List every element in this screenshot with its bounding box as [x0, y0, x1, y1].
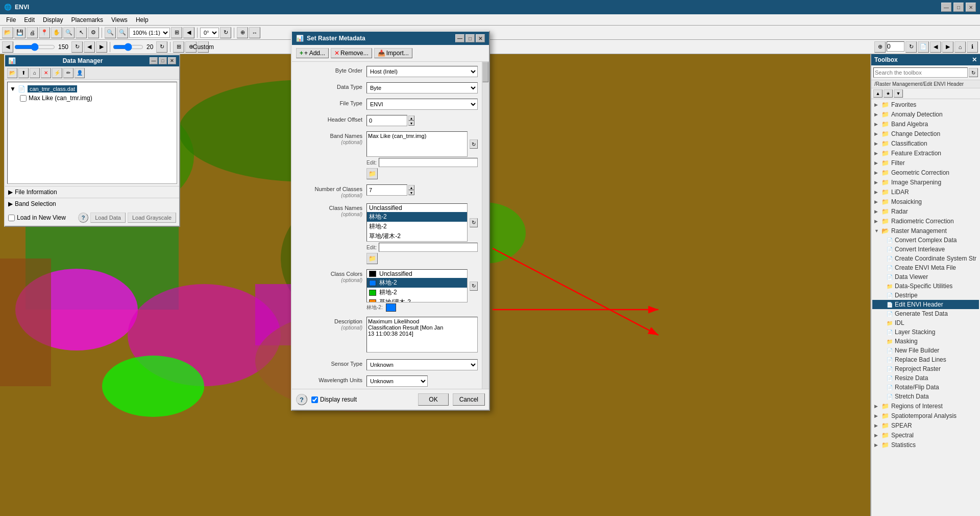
dm-folder-up-button[interactable]: ⬆ [18, 68, 29, 78]
dm-help-button[interactable]: ? [78, 213, 88, 223]
selected-color-preview[interactable] [386, 303, 396, 312]
tree-group-header-radiometric[interactable]: ▶ 📁 Radiometric Correction [872, 217, 979, 226]
placemark-button[interactable]: 📍 [39, 27, 50, 38]
tree-item-edit-envi-header[interactable]: 📄 Edit ENVI Header [872, 300, 979, 309]
dm-child-item[interactable]: Max Like (can_tmr.img) [20, 93, 175, 103]
menu-views[interactable]: Views [107, 15, 132, 25]
tree-group-header-anomaly[interactable]: ▶ 📁 Anomaly Detection [872, 110, 979, 119]
home-tool[interactable]: ⌂ [954, 41, 966, 53]
zoom-button[interactable]: 🔍 [63, 27, 75, 38]
display-result-checkbox[interactable] [311, 396, 318, 403]
menu-edit[interactable]: Edit [20, 15, 39, 25]
menu-help[interactable]: Help [132, 15, 153, 25]
nav-up-button[interactable]: ▲ [873, 89, 883, 98]
tree-item-layer-stacking[interactable]: 📄 Layer Stacking [872, 327, 979, 337]
dialog-minimize-button[interactable]: — [455, 34, 464, 42]
menu-file[interactable]: File [2, 15, 20, 25]
num-classes-up-button[interactable]: ▲ [408, 185, 414, 190]
zoom-out-button[interactable]: 🔍 [105, 27, 116, 38]
toolbox-search-input[interactable] [873, 67, 968, 78]
nav-tool2[interactable]: ▶ [942, 41, 953, 53]
class-names-list[interactable]: Unclassified 林地-2 耕地-2 草地/灌木-2 [366, 203, 468, 242]
value-input[interactable] [887, 41, 904, 52]
dialog-close-button[interactable]: ✕ [476, 34, 485, 42]
nav-star-button[interactable]: ★ [884, 89, 893, 98]
class-names-folder-button[interactable]: 📁 [366, 253, 378, 264]
dm-edit-button[interactable]: ✏ [63, 68, 74, 78]
class-item-grassland[interactable]: 草地/灌木-2 [367, 231, 467, 241]
tree-group-header-change-detection[interactable]: ▶ 📁 Change Detection [872, 129, 979, 138]
tree-group-header-geometric[interactable]: ▶ 📁 Geometric Correction [872, 168, 979, 177]
class-item-unclassified[interactable]: Unclassified [367, 204, 467, 212]
tree-item-new-file-builder[interactable]: 📄 New File Builder [872, 346, 979, 355]
brightness-slider[interactable] [14, 43, 55, 51]
tree-group-header-favorites[interactable]: ▶ 📁 Favorites [872, 100, 979, 109]
color-item-farmland[interactable]: 耕地-2 [367, 288, 467, 297]
dialog-help-button[interactable]: ? [296, 394, 307, 405]
tree-item-data-viewer[interactable]: 📄 Data Viewer [872, 272, 979, 282]
tree-item-idl[interactable]: 📁 IDL [872, 318, 979, 327]
band-names-refresh-button[interactable]: ↻ [470, 139, 478, 149]
class-names-refresh-button[interactable]: ↻ [470, 218, 478, 227]
import-button[interactable]: 📥 Import... [374, 48, 412, 58]
remove-button[interactable]: ✕ Remove... [331, 48, 372, 58]
class-colors-list[interactable]: Unclassified 林地-2 耕地-2 [366, 269, 468, 302]
tree-group-header-image-sharpening[interactable]: ▶ 📁 Image Sharpening [872, 178, 979, 187]
dm-refresh-button[interactable]: ⚡ [52, 68, 62, 78]
class-item-forest[interactable]: 林地-2 [367, 212, 467, 222]
tree-item-stretch-data[interactable]: 📄 Stretch Data [872, 392, 979, 401]
open-button[interactable]: 📂 [2, 27, 13, 38]
band-names-textarea[interactable]: Max Like (can_tmr.img) [366, 131, 468, 157]
tree-item-masking[interactable]: 📁 Masking [872, 337, 979, 346]
dm-load-grayscale-button[interactable]: Load Grayscale [128, 213, 176, 223]
tool-button[interactable]: ⚙ [88, 27, 99, 38]
custom-btn[interactable]: Custom [198, 41, 209, 53]
cancel-button[interactable]: Cancel [453, 393, 485, 406]
menu-placemarks[interactable]: Placemarks [67, 15, 107, 25]
select-button[interactable]: ↖ [76, 27, 87, 38]
zoom-fit-button[interactable]: ⊞ [171, 27, 182, 38]
refresh-button[interactable]: ↻ [71, 41, 83, 53]
tool1[interactable]: ⊕ [237, 27, 248, 38]
minimize-button[interactable]: — [941, 3, 951, 12]
dm-new-view-checkbox[interactable] [8, 215, 15, 221]
tree-group-header-statistics[interactable]: ▶ 📁 Statistics [872, 440, 979, 450]
tree-item-reproject-raster[interactable]: 📄 Reproject Raster [872, 364, 979, 373]
save-button[interactable]: 💾 [14, 27, 26, 38]
description-textarea[interactable]: Maximum Likelihood Classification Result… [366, 317, 478, 353]
prev-button[interactable]: ◀ [183, 27, 194, 38]
tree-group-header-classification[interactable]: ▶ 📁 Classification [872, 139, 979, 148]
add-button[interactable]: + + Add... [296, 48, 329, 58]
box-tool[interactable]: ⊞ [173, 41, 184, 53]
byte-order-select[interactable]: Host (Intel) [366, 66, 478, 77]
num-classes-input[interactable] [366, 184, 407, 196]
dm-root-item[interactable]: ▼ 📄 can_tmr_class.dat [10, 84, 175, 93]
dm-open-button[interactable]: 📂 [7, 68, 17, 78]
tree-item-generate-test[interactable]: 📄 Generate Test Data [872, 309, 979, 318]
maximize-button[interactable]: □ [953, 3, 964, 12]
tree-group-header-spatiotemporal[interactable]: ▶ 📁 Spatiotemporal Analysis [872, 411, 979, 420]
dm-load-data-button[interactable]: Load Data [90, 213, 126, 223]
dm-file-info-section[interactable]: ▶ File Information [5, 186, 179, 198]
color-item-forest[interactable]: 林地-2 [367, 278, 467, 288]
tree-item-replace-bad-lines[interactable]: 📄 Replace Bad Lines [872, 355, 979, 364]
tree-item-create-envi-meta[interactable]: 📄 Create ENVI Meta File [872, 263, 979, 272]
tree-group-header-band-algebra[interactable]: ▶ 📁 Band Algebra [872, 120, 979, 129]
dm-minimize-button[interactable]: — [150, 57, 158, 64]
left-button[interactable]: ◀ [84, 41, 95, 53]
scrollbar-thumb[interactable] [482, 62, 488, 82]
tree-group-header-roi[interactable]: ▶ 📁 Regions of Interest [872, 402, 979, 411]
tree-group-header-spear[interactable]: ▶ 📁 SPEAR [872, 421, 979, 430]
tree-group-header-raster-management[interactable]: ▼ 📂 Raster Management [872, 226, 979, 236]
color-item-unclassified[interactable]: Unclassified [367, 270, 467, 278]
layer-tool[interactable]: 📄 [918, 41, 929, 53]
class-item-farmland[interactable]: 耕地-2 [367, 222, 467, 231]
toolbox-close-icon[interactable]: ✕ [972, 56, 977, 63]
contrast-slider[interactable] [113, 43, 143, 51]
info-tool[interactable]: ℹ [967, 41, 978, 53]
ok-button[interactable]: OK [418, 393, 448, 406]
band-names-edit-input[interactable] [379, 158, 478, 167]
print-button[interactable]: 🖨 [27, 27, 38, 38]
header-offset-input[interactable] [366, 115, 407, 126]
file-type-select[interactable]: ENVI [366, 99, 478, 110]
